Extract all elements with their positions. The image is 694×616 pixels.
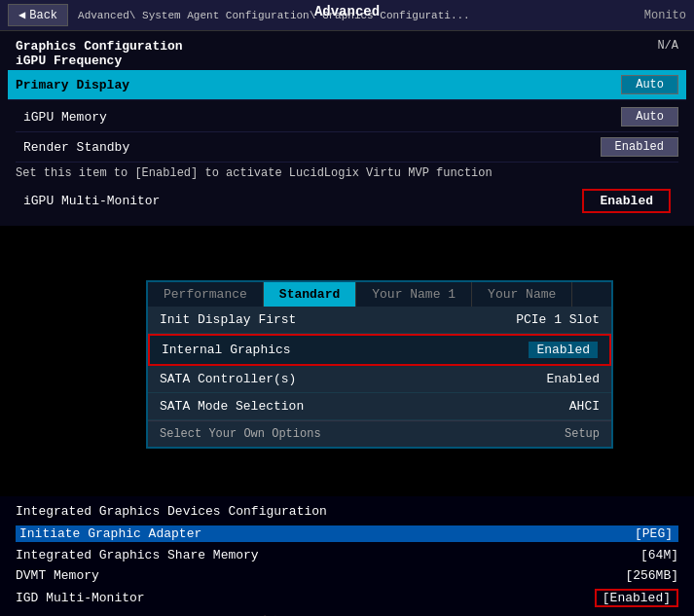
igpu-multimonitor-label: iGPU Multi-Monitor bbox=[23, 194, 582, 208]
init-display-label: Init Display First bbox=[160, 312, 516, 327]
internal-graphics-label: Internal Graphics bbox=[162, 343, 529, 357]
tab-your-name[interactable]: Your Name bbox=[472, 282, 572, 307]
igd-multimonitor-label: IGD Multi-Monitor bbox=[16, 591, 595, 605]
mid-rows-container: Init Display First PCIe 1 Slot Internal … bbox=[148, 307, 611, 420]
config-title-1: Graphics Configuration bbox=[16, 39, 183, 54]
igpu-memory-row[interactable]: iGPU Memory Auto bbox=[16, 102, 678, 132]
igpu-multimonitor-row[interactable]: iGPU Multi-Monitor Enabled bbox=[16, 184, 678, 218]
integrated-share-value: [64M] bbox=[640, 548, 678, 562]
middle-panel: Performance Standard Your Name 1 Your Na… bbox=[146, 280, 613, 449]
sata-controller-label: SATA Controller(s) bbox=[160, 372, 546, 386]
initiate-adapter-row[interactable]: Initiate Graphic Adapter [PEG] bbox=[16, 523, 678, 545]
sata-controller-row[interactable]: SATA Controller(s) Enabled bbox=[148, 366, 611, 393]
info-text: Set this item to [Enabled] to activate L… bbox=[16, 163, 678, 184]
dvmt-memory-row[interactable]: DVMT Memory [256MB] bbox=[16, 565, 678, 586]
mid-footer: Select Your Own Options Setup bbox=[148, 420, 611, 447]
primary-display-label: Primary Display bbox=[16, 78, 621, 92]
tab-performance[interactable]: Performance bbox=[148, 282, 264, 307]
back-button[interactable]: ◀ Back bbox=[8, 4, 68, 26]
config-title-2: iGPU Frequency bbox=[16, 54, 183, 68]
init-display-row[interactable]: Init Display First PCIe 1 Slot bbox=[148, 307, 611, 334]
na-label: N/A bbox=[657, 39, 678, 68]
integrated-share-row[interactable]: Integrated Graphics Share Memory [64M] bbox=[16, 545, 678, 565]
sata-mode-row[interactable]: SATA Mode Selection AHCI bbox=[148, 393, 611, 420]
internal-graphics-row[interactable]: Internal Graphics Enabled bbox=[148, 334, 611, 366]
tab-your-name-1[interactable]: Your Name 1 bbox=[356, 282, 472, 307]
back-arrow-icon: ◀ bbox=[18, 8, 25, 22]
sata-controller-value: Enabled bbox=[546, 372, 600, 386]
render-standby-label: Render Standby bbox=[23, 140, 601, 155]
igd-multimonitor-row[interactable]: IGD Multi-Monitor [Enabled] bbox=[16, 586, 678, 610]
tab-bar: Performance Standard Your Name 1 Your Na… bbox=[148, 282, 611, 307]
bottom-section: Integrated Graphics Devices Configuratio… bbox=[0, 496, 694, 616]
select-options-label: Select Your Own Options bbox=[160, 427, 321, 441]
integrated-share-label: Integrated Graphics Share Memory bbox=[16, 548, 640, 562]
initiate-adapter-value: [PEG] bbox=[629, 525, 678, 542]
monitor-tab: Monito bbox=[644, 9, 686, 22]
internal-graphics-value: Enabled bbox=[529, 342, 598, 358]
primary-display-row[interactable]: Primary Display Auto bbox=[8, 70, 686, 100]
initiate-adapter-label: Initiate Graphic Adapter bbox=[16, 525, 629, 542]
igpu-multimonitor-value[interactable]: Enabled bbox=[582, 189, 671, 213]
render-standby-value[interactable]: Enabled bbox=[601, 137, 678, 157]
dvmt-memory-label: DVMT Memory bbox=[16, 568, 625, 583]
tab-standard[interactable]: Standard bbox=[264, 282, 356, 307]
primary-display-value[interactable]: Auto bbox=[621, 75, 678, 94]
setup-label: Setup bbox=[565, 427, 600, 441]
sata-mode-value: AHCI bbox=[569, 399, 600, 414]
igd-multimonitor-value: [Enabled] bbox=[595, 589, 678, 607]
sata-mode-label: SATA Mode Selection bbox=[160, 399, 569, 414]
dvmt-memory-value: [256MB] bbox=[625, 568, 678, 583]
init-display-value: PCIe 1 Slot bbox=[516, 312, 600, 327]
igpu-memory-label: iGPU Memory bbox=[23, 110, 621, 125]
page-title: Advanced bbox=[314, 4, 380, 19]
render-standby-row[interactable]: Render Standby Enabled bbox=[16, 132, 678, 163]
bottom-title: Integrated Graphics Devices Configuratio… bbox=[16, 504, 678, 519]
igpu-memory-value[interactable]: Auto bbox=[621, 107, 678, 127]
